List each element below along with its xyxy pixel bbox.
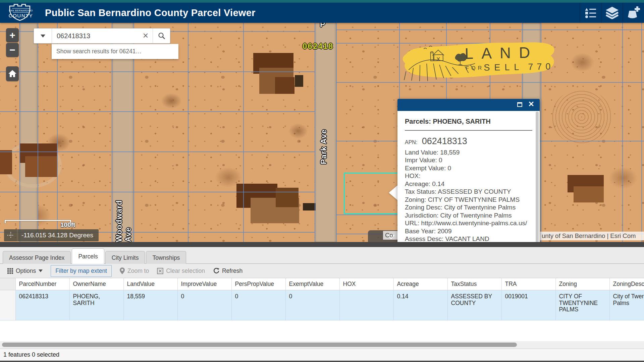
crosshair-button[interactable]: [4, 229, 17, 241]
column-header[interactable]: Acreage: [393, 278, 447, 290]
field-value: 0.14: [432, 180, 444, 187]
tab-townships[interactable]: Townships: [146, 251, 186, 264]
home-extent-button[interactable]: [6, 66, 19, 81]
search-source-dropdown[interactable]: [34, 28, 52, 43]
street-label-woodward-ave: Woodward Ave: [115, 186, 133, 242]
field-label: Zoning Desc:: [405, 204, 442, 211]
popup-divider: [405, 130, 532, 131]
apn-value: 062418313: [422, 136, 467, 146]
watermark-word-sell: SELL: [484, 62, 524, 73]
search-clear-button[interactable]: ✕: [139, 28, 153, 43]
cell-zoning-desc: City of Twentynine Palms: [609, 290, 644, 320]
clear-selection-label: Clear selection: [166, 267, 205, 275]
street-label-partial: P: [320, 23, 325, 29]
field-value: City of Twentynine Palms: [444, 204, 516, 211]
zoom-to-label: Zoom to: [127, 267, 149, 275]
field-label: Exempt Value:: [405, 165, 446, 172]
zoom-to-button[interactable]: Zoom to: [117, 267, 152, 275]
popup-field: Base Year: 2009: [405, 227, 532, 235]
column-header[interactable]: HOX: [339, 278, 393, 290]
zoom-out-button[interactable]: −: [6, 43, 19, 57]
parcel-line-vertical: [641, 23, 642, 242]
table-horizontal-scrollbar[interactable]: [0, 341, 644, 349]
popup-field: Zoning Desc: City of Twentynine Palms: [405, 203, 532, 212]
field-label: Land Value:: [405, 149, 438, 156]
row-selector-cell[interactable]: [0, 290, 15, 320]
feature-count-status: 1 features 0 selected: [3, 351, 59, 358]
popup-scrollbar[interactable]: [536, 112, 539, 242]
legend-button[interactable]: [580, 3, 601, 23]
header-toolbar: [580, 3, 644, 23]
column-header[interactable]: ExemptValue: [285, 278, 339, 290]
column-header[interactable]: TRA: [501, 278, 555, 290]
parked-car: [303, 203, 316, 210]
popup-field: Exempt Value: 0: [405, 164, 532, 172]
chevron-down-icon: [39, 269, 43, 272]
zoom-in-button[interactable]: +: [6, 28, 19, 42]
close-icon[interactable]: ✕: [528, 100, 534, 109]
legend-icon: [585, 7, 597, 18]
apn-label: APN:: [405, 139, 417, 145]
cell-tax-status: ASSESSED BY COUNTY: [447, 290, 501, 320]
search-suggestion-item[interactable]: Show search results for 06241…: [52, 44, 178, 59]
cell-tra: 0019001: [501, 290, 555, 320]
refresh-icon: [213, 268, 219, 274]
column-header[interactable]: PersPropValue: [231, 278, 285, 290]
labyrinth-earthwork: [552, 89, 611, 145]
cell-hox: [339, 290, 393, 320]
logo-line2: COUNTY: [9, 13, 33, 18]
layers-button[interactable]: [601, 3, 623, 23]
refresh-button[interactable]: Refresh: [210, 267, 245, 275]
parcel-line-vertical: [243, 23, 244, 242]
options-button[interactable]: Options: [5, 267, 45, 275]
map-canvas[interactable]: Park Ave Woodward Ave P 062418 ✕ Show se…: [0, 23, 644, 242]
tab-parcels[interactable]: Parcels: [72, 248, 104, 264]
field-label: Impr Value:: [405, 157, 437, 164]
table-header-row: ParcelNumber OwnerName LandValue Improve…: [0, 278, 644, 290]
parcels-table: ParcelNumber OwnerName LandValue Improve…: [0, 278, 644, 320]
scrollbar-thumb[interactable]: [2, 343, 517, 347]
basemap-button[interactable]: [623, 3, 644, 23]
column-header[interactable]: Zoning: [555, 278, 609, 290]
clear-selection-button[interactable]: Clear selection: [154, 267, 208, 275]
table-row[interactable]: 062418313 PHOENG, SARITH 18,559 0 0 0 0.…: [0, 290, 644, 320]
parcel-line-horizontal: [336, 215, 399, 215]
column-header[interactable]: TaxStatus: [447, 278, 501, 290]
parcel-line-vertical: [622, 23, 623, 242]
panel-divider[interactable]: [0, 242, 644, 247]
house-roof: [275, 77, 294, 94]
parcel-line-horizontal: [336, 29, 644, 30]
field-label: HOX:: [405, 172, 420, 179]
filter-by-map-extent-button[interactable]: Filter by map extent: [51, 265, 112, 277]
column-header[interactable]: LandValue: [123, 278, 177, 290]
parcel-line-horizontal: [0, 192, 315, 192]
field-label: Tax Status:: [405, 188, 436, 195]
map-pin-icon: [120, 267, 125, 274]
tab-assessor-page-index[interactable]: Assessor Page Index: [3, 251, 71, 264]
field-value: 0: [447, 165, 451, 172]
watermark-word-770: 770: [528, 61, 554, 72]
maximize-icon[interactable]: [517, 102, 522, 107]
column-header[interactable]: ParcelNumber: [15, 278, 69, 290]
field-value: 0: [439, 157, 442, 164]
column-header[interactable]: ZoningDesc: [609, 278, 644, 290]
table-status-bar: 1 features 0 selected: [0, 349, 644, 361]
parcel-line-horizontal: [0, 111, 315, 112]
column-header[interactable]: ImproveValue: [177, 278, 231, 290]
tab-city-limits[interactable]: City Limits: [105, 251, 145, 264]
popup-titlebar[interactable]: ✕: [397, 99, 540, 111]
parcel-line-vertical: [19, 23, 20, 242]
cell-improve-value: 0: [177, 290, 231, 320]
watermark-word-for: FOR: [466, 65, 484, 71]
county-arrowhead-icon: SAN BERNARDINO COUNTY: [5, 3, 36, 21]
column-header[interactable]: OwnerName: [69, 278, 123, 290]
house-roof: [0, 150, 12, 174]
field-label: Base Year:: [405, 228, 436, 235]
house-roof: [276, 188, 299, 207]
field-label: URL:: [405, 220, 419, 227]
popup-field: URL: http://www.ci.twentynine-palms.ca.u…: [405, 219, 532, 227]
search-button[interactable]: [153, 28, 170, 43]
basemap-icon: [627, 6, 641, 19]
county-logo: SAN BERNARDINO COUNTY: [5, 3, 36, 22]
search-input[interactable]: [52, 28, 139, 43]
